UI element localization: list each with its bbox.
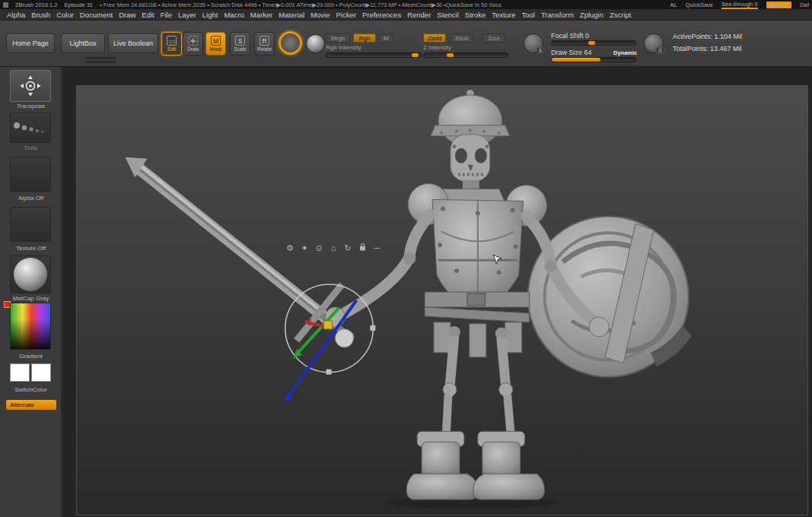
switchcolor-label: SwitchColor	[0, 386, 62, 393]
transpose-tool-thumbnail[interactable]	[10, 70, 51, 102]
menu-edit[interactable]: Edit	[142, 11, 154, 19]
menu-layer[interactable]: Layer	[178, 11, 196, 19]
menu-document[interactable]: Document	[80, 11, 113, 19]
gizmo-lock-icon[interactable]	[358, 243, 367, 253]
z-intensity-label: Z Intensity	[423, 44, 451, 51]
gizmo-pin-icon[interactable]: ✦	[300, 243, 309, 253]
menu-bar: Alpha Brush Color Document Draw Edit Fil…	[0, 9, 812, 21]
menu-brush[interactable]: Brush	[31, 11, 50, 19]
alternate-button[interactable]: Alternate	[6, 400, 56, 410]
scale-button[interactable]: S Scale	[230, 32, 250, 56]
gizmo-home-icon[interactable]: ⌂	[329, 243, 338, 253]
gizmo-mini-toolbar: ⚙ ✦ ⊙ ⌂ ↻ ─	[285, 243, 381, 253]
edit-icon: ▭	[167, 36, 177, 46]
current-brush-button[interactable]	[279, 31, 302, 55]
z-intensity-handle[interactable]	[447, 53, 454, 57]
model-skeleton-warrior[interactable]	[77, 86, 807, 515]
app-title: ZBrush 2019.1.2	[15, 2, 57, 8]
menu-preferences[interactable]: Preferences	[362, 11, 401, 19]
live-boolean-button[interactable]: Live Boolean	[108, 33, 158, 53]
menus-toggle-button[interactable]: Menus	[766, 2, 792, 8]
menu-tool[interactable]: Tool	[521, 11, 534, 19]
draw-button[interactable]: ✛ Draw	[183, 32, 203, 56]
gradient-color-picker[interactable]	[10, 303, 51, 350]
zsub-toggle[interactable]: Zsub	[451, 33, 473, 43]
focal-shift-handle[interactable]	[588, 41, 595, 45]
stroke-dots-thumbnail[interactable]	[10, 113, 51, 143]
texture-off-label: Texture Off	[0, 245, 62, 252]
draw-crosshair-icon: ✛	[188, 36, 198, 46]
rgb-intensity-handle[interactable]	[412, 53, 419, 57]
draw-size-slider[interactable]	[551, 57, 636, 62]
rgb-intensity-slider[interactable]	[326, 52, 422, 58]
top-shelf: Home Page LightBox Live Boolean ▭ Edit ✛…	[0, 21, 812, 67]
move-button[interactable]: M Move	[205, 32, 226, 56]
menu-transform[interactable]: Transform	[541, 11, 574, 19]
move-icon: M	[211, 36, 221, 46]
alpha-off-label: Alpha Off	[0, 195, 62, 201]
m-toggle[interactable]: M	[379, 33, 393, 43]
gizmo-reset-icon[interactable]: ↻	[343, 243, 352, 253]
material-preview-button[interactable]	[306, 34, 325, 53]
z-intensity-slider[interactable]	[423, 52, 508, 58]
matcap-thumbnail[interactable]	[10, 255, 51, 293]
menu-macro[interactable]: Macro	[224, 11, 244, 19]
app-logo-icon	[3, 2, 8, 8]
alpha-off-thumbnail[interactable]	[10, 157, 51, 192]
menu-file[interactable]: File	[161, 11, 172, 19]
edit-button[interactable]: ▭ Edit	[161, 32, 182, 56]
zcut-toggle[interactable]: Zcut	[482, 33, 505, 43]
dots-stroke-icon	[11, 118, 49, 138]
dots-label: Dots	[0, 144, 62, 151]
focal-shift-slider[interactable]	[551, 40, 636, 46]
menu-alpha[interactable]: Alpha	[7, 11, 25, 19]
menu-picker[interactable]: Picker	[336, 11, 356, 19]
texture-off-thumbnail[interactable]	[10, 207, 51, 242]
menu-material[interactable]: Material	[279, 11, 304, 19]
def-label[interactable]: Def	[800, 2, 809, 8]
draw-size-brush-icon[interactable]: D	[644, 33, 664, 53]
dynamic-label[interactable]: Dynamic	[613, 49, 637, 56]
menu-light[interactable]: Light	[202, 11, 218, 19]
title-bar: ZBrush 2019.1.2 Episode 31 • Free Mem 24…	[0, 0, 812, 9]
gizmo-line-icon[interactable]: ─	[372, 243, 381, 253]
menu-stroke[interactable]: Stroke	[465, 11, 486, 19]
active-points-count: ActivePoints: 1.104 Mil	[673, 33, 742, 40]
draw-size-label[interactable]: Draw Size 64	[551, 49, 592, 56]
menu-texture[interactable]: Texture	[492, 11, 515, 19]
rgb-toggle[interactable]: Rgb	[353, 33, 376, 43]
menu-stencil[interactable]: Stencil	[437, 11, 459, 19]
transpose-label: Transpose	[0, 103, 62, 109]
transpose-gizmo-icon	[19, 75, 42, 97]
menu-marker[interactable]: Marker	[250, 11, 273, 19]
viewport[interactable]: ⚙ ✦ ⊙ ⌂ ↻ ─	[62, 67, 812, 517]
menu-zscript[interactable]: Zscript	[610, 11, 632, 19]
secondary-color-swatch[interactable]	[31, 363, 51, 382]
rotate-button[interactable]: R Rotate	[254, 32, 275, 56]
total-points-count: TotalPoints: 13.467 Mil	[673, 45, 742, 52]
sculpt-brush-icon[interactable]: S	[524, 33, 543, 53]
menu-draw[interactable]: Draw	[119, 11, 135, 19]
gradient-label: Gradient	[0, 353, 62, 360]
menu-render[interactable]: Render	[407, 11, 431, 19]
menu-zplugin[interactable]: Zplugin	[580, 11, 603, 19]
menu-color[interactable]: Color	[56, 11, 74, 19]
gizmo-gear-icon[interactable]: ⚙	[285, 243, 295, 253]
gizmo-locate-icon[interactable]: ⊙	[314, 243, 323, 253]
zadd-toggle[interactable]: Zadd	[423, 33, 446, 43]
home-page-button[interactable]: Home Page	[6, 33, 55, 53]
al-label: AL	[670, 2, 677, 8]
draw-size-fill	[552, 58, 600, 62]
rotate-icon: R	[260, 36, 269, 46]
document-name: Episode 31	[64, 2, 93, 8]
shelf-divider-handle[interactable]	[85, 57, 116, 63]
menu-movie[interactable]: Movie	[310, 11, 330, 19]
document-area[interactable]: ⚙ ✦ ⊙ ⌂ ↻ ─	[76, 85, 808, 515]
lightbox-button[interactable]: LightBox	[61, 33, 105, 53]
quicksave-button[interactable]: QuickSave	[686, 2, 713, 8]
zbrush-window: ZBrush 2019.1.2 Episode 31 • Free Mem 24…	[0, 0, 812, 517]
see-through-slider[interactable]: See-through 0	[721, 1, 758, 9]
focal-shift-label[interactable]: Focal Shift 0	[551, 32, 589, 40]
main-color-swatch[interactable]	[10, 363, 30, 382]
mrgb-toggle[interactable]: Mrgb	[326, 33, 350, 43]
